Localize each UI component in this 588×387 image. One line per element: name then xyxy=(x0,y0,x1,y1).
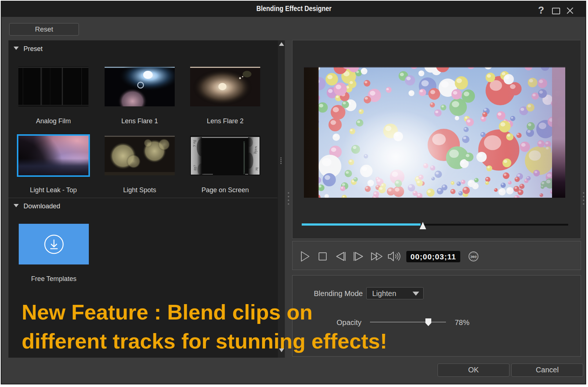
svg-text:360: 360 xyxy=(471,255,476,259)
svg-text:y eg: y eg xyxy=(191,139,196,147)
svg-text:gg?: gg? xyxy=(192,165,197,171)
svg-text:ht: ht xyxy=(255,167,259,171)
svg-text:weig: weig xyxy=(254,146,259,154)
